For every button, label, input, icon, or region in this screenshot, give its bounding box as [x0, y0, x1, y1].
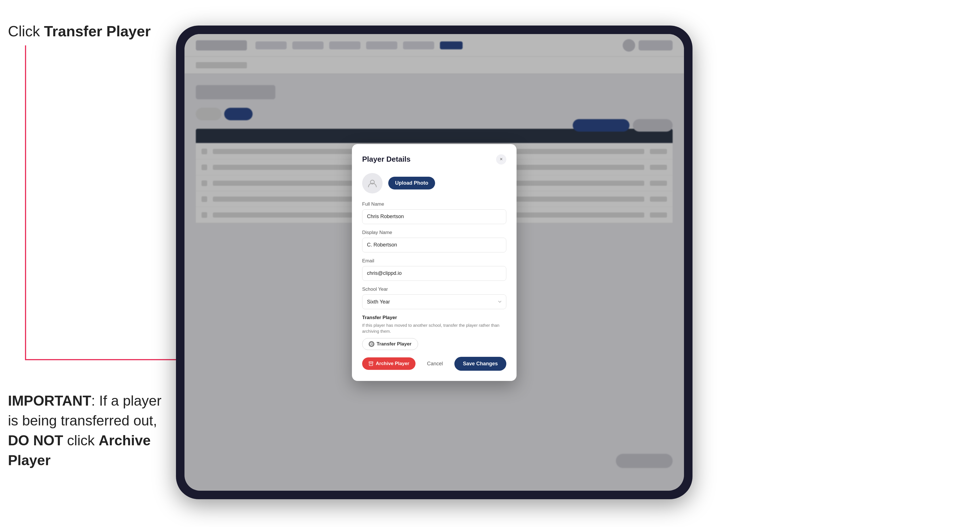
transfer-section: Transfer Player If this player has moved… — [362, 315, 506, 350]
display-name-input[interactable] — [362, 238, 506, 252]
photo-section: Upload Photo — [362, 173, 506, 194]
transfer-player-label: Transfer Player — [377, 341, 412, 347]
transfer-section-description: If this player has moved to another scho… — [362, 322, 506, 334]
cancel-button[interactable]: Cancel — [420, 361, 450, 367]
archive-player-button[interactable]: Archive Player — [362, 357, 415, 370]
display-name-label: Display Name — [362, 230, 506, 235]
modal-close-button[interactable]: × — [496, 154, 506, 165]
transfer-player-button[interactable]: Transfer Player — [362, 338, 418, 350]
email-group: Email — [362, 258, 506, 281]
archive-player-label: Archive Player — [376, 361, 409, 367]
modal-title: Player Details — [362, 155, 410, 163]
instruction-highlight: Transfer Player — [44, 23, 151, 40]
display-name-group: Display Name — [362, 230, 506, 252]
tablet-device: Player Details × Upload Photo Full N — [176, 25, 692, 499]
transfer-section-title: Transfer Player — [362, 315, 506, 321]
archive-icon — [368, 361, 374, 366]
player-details-modal: Player Details × Upload Photo Full N — [352, 144, 517, 381]
instruction-bottom: IMPORTANT: If a player is being transfer… — [8, 391, 173, 470]
svg-rect-2 — [369, 362, 373, 363]
modal-overlay: Player Details × Upload Photo Full N — [185, 34, 684, 491]
school-year-label: School Year — [362, 286, 506, 292]
email-input[interactable] — [362, 266, 506, 281]
save-changes-button[interactable]: Save Changes — [454, 357, 506, 371]
email-label: Email — [362, 258, 506, 264]
school-year-select[interactable]: First Year Second Year Third Year Fourth… — [362, 294, 506, 309]
modal-footer: Archive Player Cancel Save Changes — [362, 357, 506, 371]
school-year-group: School Year First Year Second Year Third… — [362, 286, 506, 309]
tablet-screen: Player Details × Upload Photo Full N — [185, 34, 684, 491]
transfer-icon — [369, 341, 374, 347]
avatar-placeholder — [362, 173, 383, 194]
red-line-vertical — [25, 45, 26, 360]
full-name-input[interactable] — [362, 210, 506, 224]
upload-photo-button[interactable]: Upload Photo — [388, 177, 435, 189]
modal-header: Player Details × — [362, 154, 506, 165]
full-name-group: Full Name — [362, 202, 506, 224]
instruction-prefix: Click — [8, 23, 44, 40]
instruction-top: Click Transfer Player — [8, 23, 151, 40]
full-name-label: Full Name — [362, 202, 506, 207]
